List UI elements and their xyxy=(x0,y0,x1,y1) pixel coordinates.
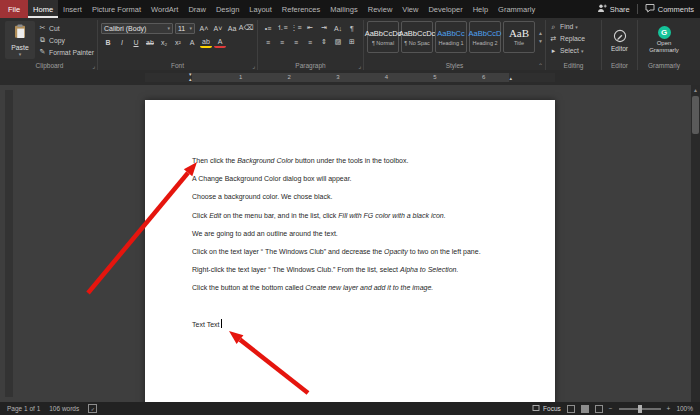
print-layout-button[interactable] xyxy=(581,405,589,413)
left-indent-marker[interactable]: ▾▴ xyxy=(189,72,192,82)
right-indent-marker[interactable]: ▴ xyxy=(509,76,512,81)
style-title[interactable]: AaBTitle xyxy=(503,21,535,53)
ribbon-numbering-button[interactable]: ⒈≡ xyxy=(276,22,288,34)
ribbon-underline-button[interactable]: U xyxy=(130,36,142,48)
zoom-slider[interactable] xyxy=(619,408,661,410)
tab-grammarly[interactable]: Grammarly xyxy=(493,0,540,18)
editing-label: Editing xyxy=(549,60,598,70)
zoom-out-button[interactable]: − xyxy=(609,405,613,412)
comments-button[interactable]: Comments xyxy=(645,3,694,15)
ribbon-replace-button[interactable]: ⇄Replace xyxy=(549,33,598,44)
spellcheck-icon[interactable]: ✓ xyxy=(88,404,97,413)
gallery-down-button[interactable]: ▼ xyxy=(538,38,543,44)
paragraph[interactable]: Click Edit on the menu bar, and in the l… xyxy=(192,207,545,225)
paragraph[interactable] xyxy=(192,298,545,316)
vertical-scrollbar[interactable]: ▲ xyxy=(691,85,700,402)
tab-picture-format[interactable]: Picture Format xyxy=(87,0,146,18)
ribbon-clear-formatting-button[interactable]: A⌫ xyxy=(240,22,252,34)
gallery-up-button[interactable]: ▲ xyxy=(538,30,543,36)
ribbon-borders-button[interactable]: ⊞ xyxy=(346,36,358,48)
ribbon-align-left-button[interactable]: ≡ xyxy=(262,36,274,48)
zoom-slider-thumb[interactable] xyxy=(638,405,642,413)
ribbon-font-color-button[interactable]: A xyxy=(214,36,226,48)
paragraph[interactable]: Then click the Background Color button u… xyxy=(192,152,545,170)
ribbon-justify-button[interactable]: ≡ xyxy=(304,36,316,48)
ribbon-cut-button[interactable]: ✂Cut xyxy=(38,23,94,34)
ribbon-text-effects-button[interactable]: A xyxy=(186,36,198,48)
tab-insert[interactable]: Insert xyxy=(58,0,87,18)
divider xyxy=(637,4,638,14)
dialog-launcher-icon[interactable]: ⌟ xyxy=(358,62,361,69)
ribbon-shading-button[interactable]: ▨ xyxy=(332,36,344,48)
ribbon-bold-button[interactable]: B xyxy=(102,36,114,48)
clipboard-group: Paste ▾ ✂Cut⧉Copy✎Format Painter Clipboa… xyxy=(2,20,98,70)
tab-home[interactable]: Home xyxy=(28,0,58,18)
dialog-launcher-icon[interactable]: ⌟ xyxy=(92,62,95,69)
paragraph[interactable]: A Change Background Color dialog box wil… xyxy=(192,170,545,188)
ribbon-format-painter-button[interactable]: ✎Format Painter xyxy=(38,47,94,58)
tab-references[interactable]: References xyxy=(277,0,325,18)
style--normal[interactable]: AaBbCcDc¶ Normal xyxy=(367,21,399,53)
ribbon-select-button[interactable]: ▸Select▾ xyxy=(549,45,598,56)
style--no-spac[interactable]: AaBbCcDc¶ No Spac xyxy=(401,21,433,53)
font-size-combo[interactable]: 11 ▾ xyxy=(175,23,195,34)
tab-help[interactable]: Help xyxy=(468,0,493,18)
font-name-combo[interactable]: Calibri (Body) ▾ xyxy=(101,23,173,34)
dialog-launcher-icon[interactable]: ⌟ xyxy=(252,62,255,69)
zoom-in-button[interactable]: + xyxy=(667,405,671,412)
ribbon-align-center-button[interactable]: ≡ xyxy=(276,36,288,48)
ribbon-shrink-font-button[interactable]: A˅ xyxy=(212,22,224,34)
paragraph[interactable]: We are going to add an outline around th… xyxy=(192,225,545,243)
editor-button[interactable]: Editor xyxy=(605,21,634,59)
font-group: Calibri (Body) ▾ 11 ▾ A˄A˅AaA⌫ BIUabx₂x²… xyxy=(98,20,258,70)
open-grammarly-button[interactable]: G Open Grammarly xyxy=(641,21,687,59)
ribbon-subscript-button[interactable]: x₂ xyxy=(158,36,170,48)
ribbon-bullets-button[interactable]: •≡ xyxy=(262,22,274,34)
ribbon-increase-indent-button[interactable]: ⇥ xyxy=(318,22,330,34)
tab-view[interactable]: View xyxy=(397,0,423,18)
scrollbar-thumb[interactable] xyxy=(692,96,699,134)
ribbon-decrease-indent-button[interactable]: ⇤ xyxy=(304,22,316,34)
style-heading-2[interactable]: AaBbCcDHeading 2 xyxy=(469,21,501,53)
tab-file[interactable]: File xyxy=(0,0,28,18)
share-button[interactable]: Share xyxy=(597,3,630,15)
page-indicator[interactable]: Page 1 of 1 xyxy=(7,405,40,412)
tab-review[interactable]: Review xyxy=(363,0,398,18)
ribbon-line-spacing-button[interactable]: ⇕ xyxy=(318,36,330,48)
read-mode-button[interactable] xyxy=(567,405,575,413)
cut-label: Cut xyxy=(49,25,60,32)
ribbon-align-right-button[interactable]: ≡ xyxy=(290,36,302,48)
document-page[interactable]: Then click the Background Color button u… xyxy=(145,100,555,402)
paste-button[interactable]: Paste ▾ xyxy=(5,21,35,59)
ribbon-sort-button[interactable]: A↓ xyxy=(332,22,344,34)
ribbon-change-case-button[interactable]: Aa xyxy=(226,22,238,34)
ribbon-show-marks-button[interactable]: ¶ xyxy=(346,22,358,34)
focus-button[interactable]: Focus xyxy=(532,404,561,413)
paragraph[interactable]: Right-click the text layer “ The Windows… xyxy=(192,261,545,279)
tab-layout[interactable]: Layout xyxy=(244,0,277,18)
tab-draw[interactable]: Draw xyxy=(183,0,211,18)
ruler-number: 2 xyxy=(288,74,291,80)
tab-mailings[interactable]: Mailings xyxy=(325,0,363,18)
ribbon-highlight-button[interactable]: ab xyxy=(200,36,212,48)
ribbon-multilevel-list-button[interactable]: ⋮≡ xyxy=(290,22,302,34)
ribbon-italic-button[interactable]: I xyxy=(116,36,128,48)
tab-developer[interactable]: Developer xyxy=(423,0,467,18)
ribbon-superscript-button[interactable]: x² xyxy=(172,36,184,48)
ribbon-find-button[interactable]: ⌕Find▾ xyxy=(549,21,598,32)
paragraph[interactable]: Click on the text layer “ The Windows Cl… xyxy=(192,243,545,261)
ribbon-copy-button[interactable]: ⧉Copy xyxy=(38,35,94,46)
scroll-up-button[interactable]: ▲ xyxy=(691,85,700,94)
style-heading-1[interactable]: AaBbCcHeading 1 xyxy=(435,21,467,53)
ribbon-strikethrough-button[interactable]: ab xyxy=(144,36,156,48)
dialog-launcher-icon[interactable]: ⌃ xyxy=(538,62,543,69)
tab-wordart[interactable]: WordArt xyxy=(146,0,183,18)
paragraph[interactable]: Text Text xyxy=(192,316,545,334)
paragraph[interactable]: Choose a background color. We chose blac… xyxy=(192,188,545,206)
tab-design[interactable]: Design xyxy=(211,0,244,18)
ribbon-grow-font-button[interactable]: A˄ xyxy=(198,22,210,34)
zoom-level[interactable]: 100% xyxy=(676,405,693,412)
web-layout-button[interactable] xyxy=(595,405,603,413)
word-count[interactable]: 106 words xyxy=(49,405,79,412)
paragraph[interactable]: Click the button at the bottom called Cr… xyxy=(192,279,545,297)
